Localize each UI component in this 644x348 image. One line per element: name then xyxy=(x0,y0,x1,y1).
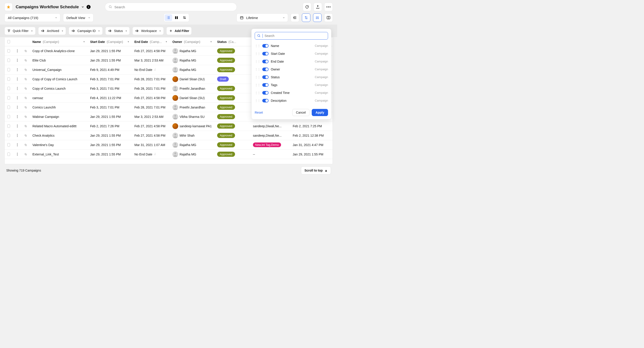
table-row[interactable]: External_Link_TestJan 29, 2021 1:55 PMNo… xyxy=(5,150,332,159)
campaignid-filter-chip[interactable]: Campaign ID ▼ xyxy=(69,27,103,35)
campaigns-filter-dropdown[interactable]: All Campaigns (719) xyxy=(4,14,60,22)
row-actions[interactable] xyxy=(13,59,22,62)
column-item[interactable]: ⋮⋮OwnerCampaign xyxy=(255,65,328,73)
row-link[interactable] xyxy=(22,134,30,137)
row-link[interactable] xyxy=(22,68,30,72)
row-actions[interactable] xyxy=(13,134,22,137)
table-row[interactable]: Related Macro Automated-editttFeb 2, 202… xyxy=(5,122,332,131)
row-actions[interactable] xyxy=(13,87,22,90)
row-actions[interactable] xyxy=(13,143,22,146)
scroll-to-top-button[interactable]: Scroll to top ▲ xyxy=(301,166,331,174)
column-item[interactable]: ⋮⋮NameCampaign xyxy=(255,42,328,50)
column-search[interactable] xyxy=(255,32,328,40)
th-name[interactable]: Name (Campaign)▼ xyxy=(30,40,88,44)
column-item[interactable]: ⋮⋮StatusCampaign xyxy=(255,73,328,81)
column-item[interactable]: ⋮⋮TagsCampaign xyxy=(255,81,328,89)
column-toggle[interactable] xyxy=(262,99,268,102)
drag-handle-icon[interactable]: ⋮⋮ xyxy=(255,44,260,48)
table-row[interactable]: Valentine's DayJan 29, 2021 1:55 PMMar 3… xyxy=(5,140,332,150)
row-checkbox[interactable] xyxy=(5,106,13,109)
column-toggle[interactable] xyxy=(262,60,268,63)
row-actions[interactable] xyxy=(13,68,22,71)
row-actions[interactable] xyxy=(13,153,22,156)
row-actions[interactable] xyxy=(13,96,22,99)
row-checkbox[interactable] xyxy=(5,68,13,71)
row-link[interactable] xyxy=(22,115,30,118)
layout-button[interactable] xyxy=(324,14,333,22)
drag-handle-icon[interactable]: ⋮⋮ xyxy=(255,52,260,56)
row-link[interactable] xyxy=(22,87,30,90)
row-link[interactable] xyxy=(22,78,30,81)
row-link[interactable] xyxy=(22,58,30,62)
row-checkbox[interactable] xyxy=(5,58,13,62)
more-button[interactable] xyxy=(324,3,333,11)
row-checkbox[interactable] xyxy=(5,124,13,128)
status-filter-chip[interactable]: Status ▼ xyxy=(105,27,130,35)
th-owner[interactable]: Owner (Campaign)▼ xyxy=(170,40,214,44)
row-actions[interactable] xyxy=(13,106,22,109)
drag-handle-icon[interactable]: ⋮⋮ xyxy=(255,83,260,87)
refresh-button[interactable] xyxy=(303,3,311,11)
row-link[interactable] xyxy=(22,106,30,109)
drag-handle-icon[interactable]: ⋮⋮ xyxy=(255,68,260,71)
sort-button[interactable] xyxy=(302,14,310,22)
row-checkbox[interactable] xyxy=(5,143,13,146)
column-search-input[interactable] xyxy=(264,34,326,38)
archived-filter-chip[interactable]: Archived ▼ xyxy=(38,27,66,35)
column-item[interactable]: ⋮⋮DescriptionCampaign xyxy=(255,96,328,104)
row-link[interactable] xyxy=(22,96,30,100)
board-view-button[interactable] xyxy=(173,14,180,21)
column-toggle[interactable] xyxy=(262,91,268,94)
drag-handle-icon[interactable]: ⋮⋮ xyxy=(255,60,260,63)
row-checkbox[interactable] xyxy=(5,87,13,90)
column-toggle[interactable] xyxy=(262,52,268,56)
row-checkbox[interactable] xyxy=(5,49,13,52)
column-toggle[interactable] xyxy=(262,75,268,79)
chevron-down-icon[interactable] xyxy=(81,5,84,8)
row-actions[interactable] xyxy=(13,50,22,52)
row-actions[interactable] xyxy=(13,115,22,118)
drag-handle-icon[interactable]: ⋮⋮ xyxy=(255,75,260,79)
th-start[interactable]: Start Date (Campaign)▼ xyxy=(88,40,132,44)
export-button[interactable] xyxy=(314,3,322,11)
quick-filter-chip[interactable]: Quick Filter ▼ xyxy=(4,27,36,35)
column-toggle[interactable] xyxy=(262,44,268,48)
th-status[interactable]: Status (Ca... xyxy=(214,40,250,44)
column-toggle[interactable] xyxy=(262,83,268,87)
list-view-button[interactable] xyxy=(164,14,172,21)
favorite-button[interactable] xyxy=(4,3,12,11)
apply-button[interactable]: Apply xyxy=(312,109,328,116)
row-actions[interactable] xyxy=(13,124,22,128)
cancel-button[interactable]: Cancel xyxy=(292,109,310,116)
column-item[interactable]: ⋮⋮Modified TimeCampaign xyxy=(255,104,328,107)
column-item[interactable]: ⋮⋮Start DateCampaign xyxy=(255,50,328,58)
view-dropdown[interactable]: Default View xyxy=(63,14,94,22)
select-all[interactable] xyxy=(5,40,13,44)
search-input[interactable] xyxy=(114,5,233,9)
row-link[interactable] xyxy=(22,152,30,156)
th-end[interactable]: End Date (Camp...▼ xyxy=(132,40,170,44)
workspace-filter-chip[interactable]: Workspace ▼ xyxy=(132,27,164,35)
table-row[interactable]: Check AnalyticsJan 29, 2021 1:55 PMFeb 2… xyxy=(5,131,332,140)
row-checkbox[interactable] xyxy=(5,134,13,137)
timerange-dropdown[interactable]: Lifetime xyxy=(236,14,288,22)
row-link[interactable] xyxy=(22,143,30,147)
row-actions[interactable] xyxy=(13,78,22,80)
row-checkbox[interactable] xyxy=(5,78,13,81)
settings-view-button[interactable] xyxy=(181,14,188,21)
column-item[interactable]: ⋮⋮End DateCampaign xyxy=(255,58,328,65)
row-link[interactable] xyxy=(22,124,30,128)
global-search[interactable] xyxy=(105,3,237,11)
drag-handle-icon[interactable]: ⋮⋮ xyxy=(255,99,260,102)
reset-button[interactable]: Reset xyxy=(255,111,263,114)
column-toggle[interactable] xyxy=(262,107,268,107)
columns-button[interactable] xyxy=(313,14,322,22)
column-toggle[interactable] xyxy=(262,68,268,71)
row-link[interactable] xyxy=(22,49,30,53)
row-checkbox[interactable] xyxy=(5,152,13,156)
column-item[interactable]: ⋮⋮Created TimeCampaign xyxy=(255,89,328,96)
row-checkbox[interactable] xyxy=(5,96,13,100)
row-checkbox[interactable] xyxy=(5,115,13,118)
drag-handle-icon[interactable]: ⋮⋮ xyxy=(255,91,260,94)
add-filter-button[interactable]: Add Filter xyxy=(166,27,192,35)
